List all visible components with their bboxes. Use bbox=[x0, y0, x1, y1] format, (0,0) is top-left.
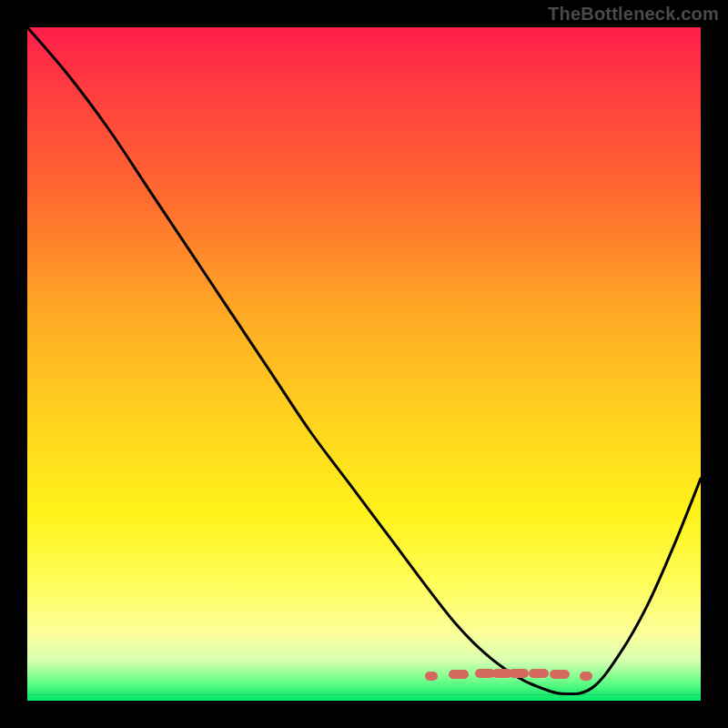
watermark-text: TheBottleneck.com bbox=[548, 4, 719, 25]
curve-svg bbox=[27, 27, 701, 701]
plot-area bbox=[27, 27, 701, 701]
bottleneck-curve bbox=[27, 27, 701, 694]
chart-stage: TheBottleneck.com bbox=[0, 0, 728, 728]
